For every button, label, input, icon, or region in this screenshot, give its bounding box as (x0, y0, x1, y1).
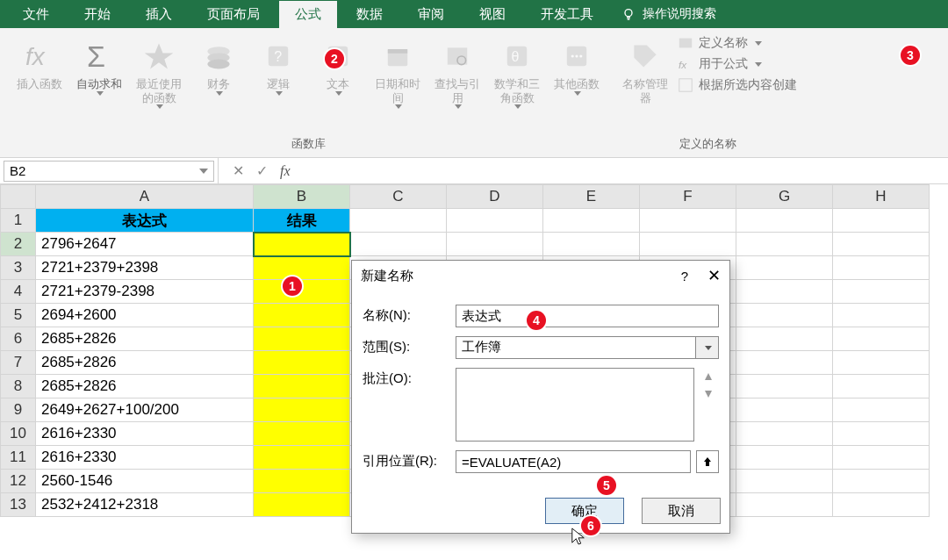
col-header-E[interactable]: E (543, 185, 640, 209)
row-header[interactable]: 2 (1, 233, 36, 256)
cell[interactable] (833, 256, 930, 280)
col-header-B[interactable]: B (254, 185, 350, 209)
financial-button[interactable]: 财务 (191, 35, 246, 99)
collapse-dialog-button[interactable] (696, 450, 719, 473)
cell[interactable] (254, 446, 350, 470)
cell[interactable] (833, 209, 930, 233)
use-in-formula-button[interactable]: fx 用于公式 (678, 56, 797, 72)
cancel-button[interactable]: 取消 (642, 498, 721, 524)
cell[interactable] (736, 256, 833, 280)
cell[interactable] (736, 233, 833, 256)
cell[interactable] (447, 233, 543, 256)
cell[interactable] (736, 470, 833, 493)
cell[interactable]: 2796+2647 (36, 233, 254, 256)
scope-dropdown-button[interactable] (696, 336, 719, 359)
create-from-selection-button[interactable]: 根据所选内容创建 (678, 77, 797, 93)
row-header[interactable]: 4 (1, 280, 36, 304)
recent-functions-button[interactable]: 最近使用的函数 (132, 35, 186, 112)
cell[interactable] (736, 422, 833, 446)
cell[interactable] (254, 493, 350, 517)
scope-select[interactable]: 工作簿 (456, 336, 696, 359)
name-box[interactable]: B2 (4, 161, 214, 182)
cell[interactable] (640, 233, 736, 256)
tab-data[interactable]: 数据 (341, 1, 399, 28)
cell[interactable] (350, 209, 447, 233)
cell[interactable] (833, 446, 930, 470)
row-header[interactable]: 5 (1, 304, 36, 327)
tab-developer[interactable]: 开发工具 (525, 1, 609, 28)
cancel-formula-icon[interactable]: ✕ (233, 162, 244, 179)
cell[interactable] (833, 304, 930, 327)
cell[interactable] (254, 304, 350, 327)
lookup-button[interactable]: 查找与引用 (430, 35, 485, 112)
row-header[interactable]: 13 (1, 493, 36, 517)
chevron-down-icon[interactable] (199, 169, 208, 174)
cell[interactable] (254, 398, 350, 422)
cell[interactable] (833, 327, 930, 351)
cell[interactable] (736, 375, 833, 398)
cell[interactable]: 2649+2627+100/200 (36, 398, 254, 422)
col-header-H[interactable]: H (833, 185, 930, 209)
define-name-button[interactable]: 定义名称 (678, 35, 797, 51)
cell[interactable]: 2685+2826 (36, 327, 254, 351)
cell[interactable] (736, 493, 833, 517)
scroll-down-icon[interactable] (703, 385, 714, 403)
cell[interactable] (833, 351, 930, 375)
row-header[interactable]: 11 (1, 446, 36, 470)
row-header[interactable]: 9 (1, 398, 36, 422)
cell[interactable]: 2721+2379-2398 (36, 280, 254, 304)
more-functions-button[interactable]: 其他函数 (549, 35, 604, 99)
cell[interactable] (543, 209, 640, 233)
comment-textarea[interactable] (456, 368, 694, 442)
tab-view[interactable]: 视图 (463, 1, 521, 28)
select-all-corner[interactable] (1, 185, 36, 209)
col-header-C[interactable]: C (350, 185, 447, 209)
cell[interactable] (640, 209, 736, 233)
cell[interactable] (736, 327, 833, 351)
cell[interactable] (254, 256, 350, 280)
cell[interactable] (254, 327, 350, 351)
cell[interactable] (254, 351, 350, 375)
cell[interactable]: 2685+2826 (36, 351, 254, 375)
datetime-button[interactable]: 日期和时间 (370, 35, 425, 112)
fx-icon[interactable]: fx (280, 163, 291, 179)
mathtrig-button[interactable]: θ 数学和三角函数 (490, 35, 544, 112)
cell[interactable]: 结果 (254, 209, 350, 233)
cell[interactable] (736, 280, 833, 304)
cell[interactable] (254, 422, 350, 446)
scroll-up-icon[interactable] (703, 368, 714, 385)
autosum-button[interactable]: Σ 自动求和 (72, 35, 126, 99)
col-header-F[interactable]: F (640, 185, 736, 209)
logical-button[interactable]: ? 逻辑 (251, 35, 305, 99)
col-header-A[interactable]: A (36, 185, 254, 209)
row-header[interactable]: 1 (1, 209, 36, 233)
cell[interactable] (833, 233, 930, 256)
cell[interactable] (447, 209, 543, 233)
row-header[interactable]: 3 (1, 256, 36, 280)
cell[interactable] (833, 422, 930, 446)
cell[interactable]: 2532+2412+2318 (36, 493, 254, 517)
cell[interactable] (736, 304, 833, 327)
cell[interactable] (736, 398, 833, 422)
cell[interactable] (833, 375, 930, 398)
cell[interactable]: 表达式 (36, 209, 254, 233)
cell[interactable] (736, 446, 833, 470)
cell[interactable] (254, 470, 350, 493)
row-header[interactable]: 8 (1, 375, 36, 398)
cell[interactable] (543, 233, 640, 256)
tell-me-search[interactable]: 操作说明搜索 (621, 6, 716, 22)
cell[interactable]: 2721+2379+2398 (36, 256, 254, 280)
cell[interactable] (736, 351, 833, 375)
formula-input[interactable] (305, 158, 948, 183)
tab-formulas[interactable]: 公式 (279, 1, 337, 28)
cell[interactable] (350, 233, 447, 256)
cell-active[interactable] (254, 233, 350, 256)
row-header[interactable]: 10 (1, 422, 36, 446)
row-header[interactable]: 12 (1, 470, 36, 493)
dialog-close-button[interactable]: ✕ (707, 266, 721, 285)
enter-formula-icon[interactable]: ✓ (256, 162, 268, 179)
row-header[interactable]: 6 (1, 327, 36, 351)
insert-function-button[interactable]: fx 插入函数 (12, 35, 67, 95)
refers-to-input[interactable] (456, 450, 691, 473)
cell[interactable] (254, 375, 350, 398)
